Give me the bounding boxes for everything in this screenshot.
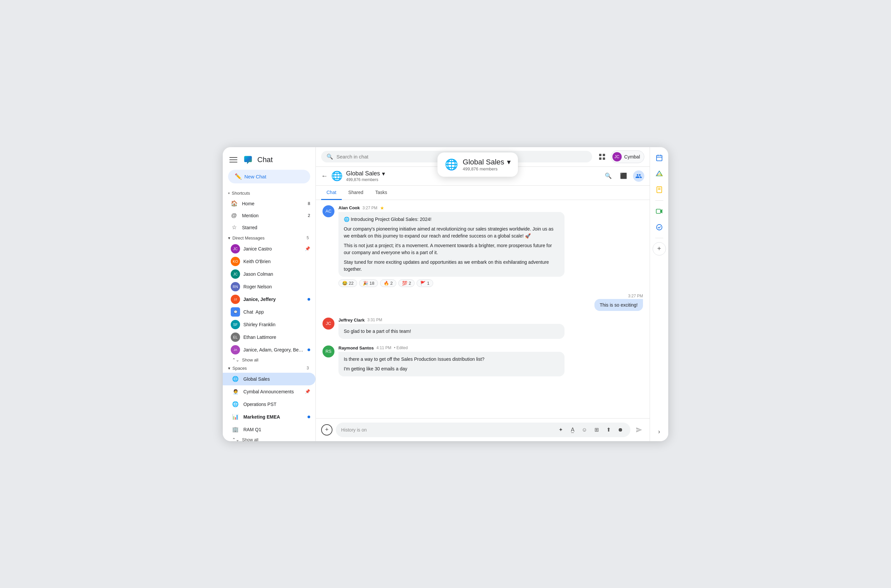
message-text: So glad to be a part of this team! xyxy=(344,328,559,335)
spaces-show-all-button[interactable]: ⌃⌄ Show all xyxy=(223,436,316,441)
dm-item-chat-app[interactable]: 💬 Chat App xyxy=(223,306,316,318)
dm-item-janice-jeffery[interactable]: JJ Janice, Jeffery xyxy=(223,293,316,306)
sidebar-item-starred[interactable]: ☆ Starred xyxy=(223,222,316,234)
message-time: 4:11 PM xyxy=(376,345,391,350)
space-item-ram[interactable]: 🏢 RAM Q1 xyxy=(223,423,316,436)
mention-label: Mention xyxy=(242,213,299,218)
space-item-ops[interactable]: 🌐 Operations PST xyxy=(223,398,316,411)
chat-logo xyxy=(242,154,254,166)
cymbal-badge[interactable]: JC Cymbal xyxy=(611,150,644,163)
reaction-100[interactable]: 💯 2 xyxy=(398,279,415,287)
search-chat-button[interactable]: 🔍 xyxy=(602,170,614,182)
message-bubble: 🌐 Introducing Project Global Sales: 2024… xyxy=(339,212,564,277)
star-icon: ☆ xyxy=(231,224,237,231)
message-text: This is not just a project; it's a movem… xyxy=(344,242,559,256)
dm-item-jason[interactable]: JC Jason Colman xyxy=(223,268,316,280)
dm-item-ethan[interactable]: EL Ethan Lattimore xyxy=(223,331,316,344)
send-button[interactable] xyxy=(634,424,644,435)
space-item-cymbal[interactable]: 🧑‍💼 Cymbal Announcements 📌 xyxy=(223,386,316,398)
upload-button[interactable]: ⬆ xyxy=(604,425,613,435)
dm-item-roger[interactable]: RN Roger Nelson xyxy=(223,280,316,293)
hamburger-menu-button[interactable] xyxy=(228,154,239,165)
app-container: Chat ✏️ New Chat ▾ Shortcuts 🏠 Home 8 @ … xyxy=(223,147,668,441)
dm-show-all-button[interactable]: ⌃⌄ Show all xyxy=(223,356,316,364)
space-name: Cymbal Announcements xyxy=(243,389,301,394)
record-button[interactable]: ⏺ xyxy=(616,425,625,435)
dm-name: Jason Colman xyxy=(243,272,310,277)
dm-item-group2[interactable]: JA Janice, Adam, Gregory, Benj... xyxy=(223,344,316,356)
apps-grid-button[interactable] xyxy=(596,151,608,163)
format-button[interactable]: A̲ xyxy=(568,425,577,435)
shortcuts-label: Shortcuts xyxy=(232,190,250,196)
dm-name: Ethan Lattimore xyxy=(243,334,310,340)
avatar: 💬 xyxy=(231,307,240,316)
chat-globe-icon: 🌐 xyxy=(331,170,343,182)
drive-button[interactable] xyxy=(653,167,666,180)
dm-name: Janice Castro xyxy=(243,246,301,252)
self-message-time: 3:27 PM xyxy=(628,294,643,298)
spaces-show-all-label: Show all xyxy=(242,437,258,441)
divider xyxy=(655,200,663,201)
unread-dot xyxy=(307,348,310,351)
message-header-alan: Alan Cook 3:27 PM ★ xyxy=(339,205,643,211)
reaction-fire[interactable]: 🔥 2 xyxy=(380,279,396,287)
reaction-count: 2 xyxy=(409,281,411,286)
dm-header[interactable]: ▾ Direct Messages 5 xyxy=(223,234,316,243)
space-item-marketing[interactable]: 📊 Marketing EMEA xyxy=(223,411,316,423)
svg-rect-12 xyxy=(656,209,660,213)
dm-item-keith[interactable]: KO Keith O'Brien xyxy=(223,255,316,268)
self-bubble: This is so exciting! xyxy=(595,299,643,311)
marketing-icon: 📊 xyxy=(231,412,240,422)
message-author: Alan Cook xyxy=(339,205,360,210)
spaces-section: ▾ Spaces 3 🌐 Global Sales 🧑‍💼 Cymbal Ann… xyxy=(223,364,316,441)
spark-button[interactable]: ✦ xyxy=(556,425,565,435)
keep-button[interactable] xyxy=(653,183,666,196)
emoji-button[interactable]: ☺ xyxy=(580,425,589,435)
space-name: Operations PST xyxy=(243,402,310,407)
reaction-party[interactable]: 🎉 18 xyxy=(359,279,378,287)
dm-label: Direct Messages xyxy=(232,236,265,240)
video-button[interactable]: ⬛ xyxy=(618,170,629,182)
shortcuts-header[interactable]: ▾ Shortcuts xyxy=(223,189,316,198)
tab-tasks[interactable]: Tasks xyxy=(370,186,393,200)
meet-button[interactable] xyxy=(653,205,666,218)
spaces-header[interactable]: ▾ Spaces 3 xyxy=(223,364,316,373)
chat-tabs: Chat Shared Tasks xyxy=(316,186,650,200)
add-button[interactable]: + xyxy=(321,424,333,435)
new-chat-button[interactable]: ✏️ New Chat xyxy=(228,170,310,183)
reaction-count: 1 xyxy=(427,281,429,286)
sidebar-item-mention[interactable]: @ Mention 2 xyxy=(223,210,316,222)
message-author: Raymond Santos xyxy=(339,345,374,351)
avatar: JC xyxy=(231,244,240,254)
messages-area: AC Alan Cook 3:27 PM ★ 🌐 Introducing Pro… xyxy=(316,200,650,418)
dm-item-shirley[interactable]: SF Shirley Franklin xyxy=(223,318,316,331)
global-sales-tooltip: 🌐 Global Sales ▾ 499,876 members xyxy=(438,153,518,177)
add-widget-button[interactable]: + xyxy=(653,242,666,255)
input-actions: ✦ A̲ ☺ ⊞ ⬆ ⏺ xyxy=(556,425,625,435)
calendar-button[interactable] xyxy=(653,151,666,165)
expand-panel-button[interactable]: › xyxy=(654,426,665,437)
new-chat-label: New Chat xyxy=(244,174,266,179)
members-button[interactable] xyxy=(633,170,644,182)
reaction-flag[interactable]: 🚩 1 xyxy=(417,279,433,287)
dm-item-janice-castro[interactable]: JC Janice Castro 📌 xyxy=(223,243,316,255)
svg-rect-5 xyxy=(656,155,662,161)
sidebar-item-home[interactable]: 🏠 Home 8 xyxy=(223,198,316,210)
avatar: RN xyxy=(231,282,240,291)
chat-member-count: 499,876 members xyxy=(346,177,599,182)
attachment-button[interactable]: ⊞ xyxy=(592,425,601,435)
cymbal-label: Cymbal xyxy=(625,154,640,159)
message-text: I'm getting like 30 emails a day xyxy=(344,365,559,372)
edited-label: • Edited xyxy=(394,345,408,350)
home-badge: 8 xyxy=(304,201,310,206)
show-all-icon: ⌃⌄ xyxy=(232,357,239,362)
tab-shared[interactable]: Shared xyxy=(343,186,369,200)
tab-chat[interactable]: Chat xyxy=(321,186,342,200)
reaction-laugh[interactable]: 😂 22 xyxy=(339,279,357,287)
back-button[interactable]: ← xyxy=(321,172,328,180)
space-item-global-sales[interactable]: 🌐 Global Sales xyxy=(223,373,316,386)
message-text: 🌐 Introducing Project Global Sales: 2024… xyxy=(344,216,559,223)
chat-title-chevron: ▾ xyxy=(382,170,385,177)
chat-header-actions: 🔍 ⬛ xyxy=(602,170,644,182)
tasks-button[interactable] xyxy=(653,220,666,234)
